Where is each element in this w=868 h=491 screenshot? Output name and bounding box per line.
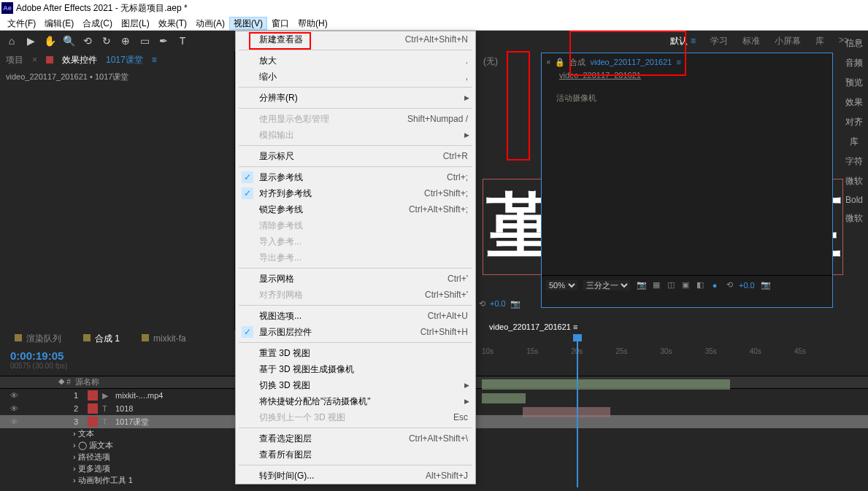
menu-item[interactable]: 查看所有图层 xyxy=(236,446,475,463)
close-tab-icon[interactable]: × xyxy=(32,55,37,65)
workspace-1[interactable]: 学习 xyxy=(710,35,728,47)
zoom-tool-icon[interactable]: 🔍 xyxy=(61,34,76,48)
panel-tab[interactable]: 信息 xyxy=(845,37,863,50)
track-bar-1[interactable] xyxy=(482,379,730,390)
menu-item: 导入参考... xyxy=(236,233,475,250)
fx-layer-link[interactable]: 1017课堂 xyxy=(106,54,143,66)
layer-swatch-icon[interactable]: ◆ xyxy=(58,376,64,388)
grid-toggle-icon[interactable]: ▦ xyxy=(650,279,662,291)
workspace-4[interactable]: 库 xyxy=(815,35,824,47)
panel-tab[interactable]: 音频 xyxy=(845,57,863,69)
frame-display: 00575 (30.00 fps) xyxy=(10,362,225,370)
exposure-main[interactable]: +0.0 xyxy=(490,299,506,308)
menu-4[interactable]: 效果(T) xyxy=(154,17,191,30)
menu-item[interactable]: 显示标尺Ctrl+R xyxy=(236,148,475,164)
panel-menu-icon[interactable]: ≡ xyxy=(152,55,157,65)
menu-item[interactable]: 分辨率(R) xyxy=(236,90,475,106)
anchor-tool-icon[interactable]: ⊕ xyxy=(118,34,133,48)
snapshot-icon[interactable]: 📷 xyxy=(761,280,771,290)
timeline-tab[interactable]: 渲染队列 xyxy=(15,333,61,345)
workspace-2[interactable]: 标准 xyxy=(742,35,760,47)
menu-item: 对齐到网格Ctrl+Shift+' xyxy=(236,287,475,303)
close-viewer-icon[interactable]: × xyxy=(546,58,550,66)
panel-tab[interactable]: 微软 xyxy=(845,175,863,187)
menu-6[interactable]: 视图(V) xyxy=(229,17,267,30)
panel-tab[interactable]: 库 xyxy=(850,136,859,148)
menu-5[interactable]: 动画(A) xyxy=(191,17,229,30)
window-title: Adobe After Effects 2021 - 无标题项目.aep * xyxy=(16,0,188,16)
timeline-tab[interactable]: 合成 1 xyxy=(83,333,120,345)
menubar[interactable]: 文件(F)编辑(E)合成(C)图层(L)效果(T)动画(A)视图(V)窗口帮助(… xyxy=(0,16,868,31)
workspace-0[interactable]: 默认≡ xyxy=(670,35,696,47)
panel-tab[interactable]: Bold xyxy=(845,195,863,205)
titlebar: Ae Adobe After Effects 2021 - 无标题项目.aep … xyxy=(0,0,868,16)
menu-item[interactable]: 视图选项...Ctrl+Alt+U xyxy=(236,308,475,324)
menu-item[interactable]: 缩小, xyxy=(236,69,475,85)
track-bar-3[interactable] xyxy=(523,407,610,417)
menu-item[interactable]: 显示图层控件Ctrl+Shift+H xyxy=(236,324,475,340)
viewer-comp-link[interactable]: video_220117_201621 xyxy=(590,58,672,66)
menu-item[interactable]: 切换 3D 视图 xyxy=(236,377,475,393)
panel-tab[interactable]: 效果 xyxy=(845,96,863,109)
menu-7[interactable]: 窗口 xyxy=(267,17,293,30)
selection-tool-icon[interactable]: ▶ xyxy=(23,34,38,48)
time-ruler[interactable]: 10s15s20s25s30s35s40s45s xyxy=(482,347,839,360)
track-bar-2[interactable] xyxy=(482,393,526,403)
viewer-tab-prefix: 合成 xyxy=(569,57,585,68)
menu-8[interactable]: 帮助(H) xyxy=(293,17,332,30)
menu-item[interactable]: 将快捷键分配给"活动摄像机" xyxy=(236,393,475,409)
hand-tool-icon[interactable]: ✋ xyxy=(42,34,57,48)
menu-3[interactable]: 图层(L) xyxy=(117,17,154,30)
playhead[interactable] xyxy=(577,334,578,487)
orbit-tool-icon[interactable]: ⟲ xyxy=(80,34,95,48)
menu-0[interactable]: 文件(F) xyxy=(3,17,40,30)
camera-icon[interactable]: 📷 xyxy=(636,279,648,291)
region-icon[interactable]: ◧ xyxy=(694,279,706,291)
zoom-select[interactable]: 50% xyxy=(546,280,577,290)
lock-icon[interactable]: 🔒 xyxy=(555,58,565,67)
transparency-icon[interactable]: ▣ xyxy=(680,279,691,291)
menu-item[interactable]: 重置 3D 视图 xyxy=(236,345,475,361)
resolution-select[interactable]: 三分之一 xyxy=(583,280,630,290)
text-tool-icon[interactable]: T xyxy=(175,34,190,48)
menu-item[interactable]: 显示参考线Ctrl+; xyxy=(236,169,475,185)
viewer-breadcrumb[interactable]: video_220117_201621 xyxy=(542,71,832,85)
timeline-extra-tab[interactable]: video_220117_201621 ≡ xyxy=(489,322,577,331)
shape-tool-icon[interactable]: ▭ xyxy=(137,34,152,48)
menu-item[interactable]: 对齐到参考线Ctrl+Shift+; xyxy=(236,185,475,201)
fx-controls-tab[interactable]: 效果控件 xyxy=(62,54,97,66)
mask-toggle-icon[interactable]: ◫ xyxy=(665,279,677,291)
panel-tab[interactable]: 字符 xyxy=(845,155,863,168)
project-tab[interactable]: 项目 xyxy=(6,54,23,66)
rotate-icon[interactable]: ⟲ xyxy=(726,280,733,290)
rotate-2-icon[interactable]: ⟲ xyxy=(479,299,485,309)
rotate-tool-icon[interactable]: ↻ xyxy=(99,34,114,48)
menu-2[interactable]: 合成(C) xyxy=(78,17,117,30)
timeline-tab[interactable]: mixkit-fa xyxy=(142,333,186,344)
home-icon[interactable]: ⌂ xyxy=(4,34,19,48)
panel-tab[interactable]: 微软 xyxy=(845,212,863,225)
workspace-3[interactable]: 小屏幕 xyxy=(775,35,801,47)
pen-tool-icon[interactable]: ✒ xyxy=(156,34,171,48)
panel-tab[interactable]: 预览 xyxy=(845,77,863,89)
timecode-display[interactable]: 0:00:19:05 xyxy=(10,349,225,362)
viewer-controls: 50% 三分之一 📷 ▦ ◫ ▣ ◧ ● ⟲ +0.0 📷 xyxy=(542,275,832,294)
menu-item: 使用显示色彩管理Shift+Numpad / xyxy=(236,111,475,127)
menu-item: 清除参考线 xyxy=(236,217,475,233)
exposure-value[interactable]: +0.0 xyxy=(739,281,755,290)
menu-item[interactable]: 转到时间(G)...Alt+Shift+J xyxy=(236,468,475,484)
menu-item[interactable]: 放大. xyxy=(236,53,475,69)
viewer-canvas[interactable]: 活动摄像机 xyxy=(542,85,832,275)
right-panels-strip: 信息音频预览效果对齐库字符微软Bold微软 xyxy=(840,31,868,231)
snapshot-2-icon[interactable]: 📷 xyxy=(510,299,521,309)
menu-item[interactable]: 查看选定图层Ctrl+Alt+Shift+\ xyxy=(236,430,475,446)
menu-item[interactable]: 基于 3D 视图生成摄像机 xyxy=(236,361,475,377)
menu-item[interactable]: 锁定参考线Ctrl+Alt+Shift+; xyxy=(236,201,475,217)
menu-item[interactable]: 新建查看器Ctrl+Alt+Shift+N xyxy=(236,31,475,47)
app-logo: Ae xyxy=(1,2,13,14)
menu-item[interactable]: 显示网格Ctrl+' xyxy=(236,271,475,287)
panel-tab[interactable]: 对齐 xyxy=(845,116,863,128)
viewer-menu-icon[interactable]: ≡ xyxy=(676,58,680,66)
channel-icon[interactable]: ● xyxy=(709,279,721,291)
menu-1[interactable]: 编辑(E) xyxy=(40,17,78,30)
